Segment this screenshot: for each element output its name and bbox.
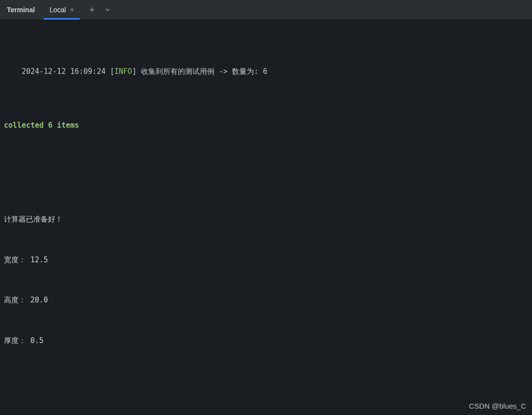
tab-label: Local [49, 6, 66, 14]
collected-line: collected 6 items [4, 119, 528, 133]
tabbar-actions [82, 0, 118, 20]
setup-height: 高度： 20.0 [4, 294, 528, 307]
setup-thick: 厚度： 0.5 [4, 334, 528, 348]
close-icon[interactable]: × [70, 6, 74, 13]
terminal-tabbar: Terminal Local × [0, 0, 532, 20]
setup-width: 宽度： 12.5 [4, 254, 528, 267]
setup-ready: 计算器已准备好！ [4, 213, 528, 227]
watermark: CSDN @blues_C [469, 402, 526, 410]
terminal-output[interactable]: 2024-12-12 16:09:24 [INFO] 收集到所有的测试用例 ->… [0, 20, 532, 415]
tab-local[interactable]: Local × [42, 0, 82, 20]
add-tab-icon[interactable] [89, 6, 95, 13]
blank-line [4, 374, 528, 388]
chevron-down-icon[interactable] [104, 6, 111, 13]
log-level: INFO [115, 67, 132, 76]
log-header-line: 2024-12-12 16:09:24 [INFO] 收集到所有的测试用例 ->… [4, 51, 528, 92]
panel-title: Terminal [0, 0, 42, 20]
blank-line [4, 159, 528, 173]
